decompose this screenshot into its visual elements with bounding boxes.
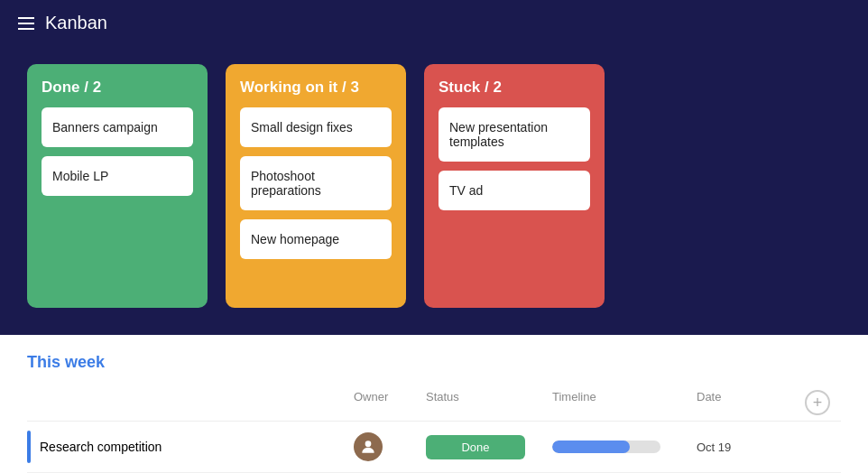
owner-cell	[354, 432, 426, 461]
list-header: Owner Status Timeline Date +	[27, 385, 841, 422]
col-status: Status	[426, 390, 552, 415]
kanban-column-done: Done / 2Banners campaignMobile LP	[27, 64, 208, 308]
status-badge: Done	[426, 435, 525, 459]
list-rows: Research competitionDoneOct 19Layout des…	[27, 422, 841, 473]
app-title: Kanban	[45, 13, 107, 33]
col-timeline: Timeline	[552, 390, 697, 415]
column-title-working: Working on it / 3	[240, 79, 392, 97]
task-bar-indicator	[27, 431, 31, 463]
col-owner: Owner	[354, 390, 426, 415]
timeline-fill	[552, 441, 630, 453]
kanban-card[interactable]: Photoshoot preparations	[240, 156, 392, 210]
kanban-card[interactable]: New presentation templates	[439, 107, 590, 162]
hamburger-menu[interactable]	[18, 17, 34, 30]
kanban-card[interactable]: Mobile LP	[42, 156, 193, 196]
date-cell: Oct 19	[697, 441, 805, 454]
add-column-button[interactable]: +	[805, 390, 830, 415]
list-section: This week Owner Status Timeline Date + R…	[0, 335, 868, 473]
kanban-card[interactable]: TV ad	[439, 171, 590, 210]
svg-point-0	[365, 441, 372, 447]
column-title-stuck: Stuck / 2	[439, 79, 590, 97]
col-task	[27, 390, 354, 415]
kanban-card[interactable]: New homepage	[240, 219, 392, 259]
list-section-title: This week	[27, 353, 841, 372]
kanban-column-working: Working on it / 3Small design fixesPhoto…	[226, 64, 406, 308]
task-name: Research competition	[40, 440, 162, 454]
navbar: Kanban	[0, 0, 868, 46]
avatar	[354, 432, 383, 461]
table-row[interactable]: Research competitionDoneOct 19	[27, 422, 841, 473]
col-add: +	[805, 390, 841, 415]
status-cell: Done	[426, 435, 552, 459]
timeline-cell	[552, 441, 697, 453]
kanban-card[interactable]: Small design fixes	[240, 107, 392, 147]
timeline-track	[552, 441, 660, 453]
kanban-board: Done / 2Banners campaignMobile LPWorking…	[27, 64, 841, 308]
row-task-cell: Research competition	[27, 431, 354, 463]
kanban-section: Done / 2Banners campaignMobile LPWorking…	[0, 46, 868, 335]
column-title-done: Done / 2	[42, 79, 193, 97]
col-date: Date	[697, 390, 805, 415]
kanban-column-stuck: Stuck / 2New presentation templatesTV ad	[424, 64, 605, 308]
kanban-card[interactable]: Banners campaign	[42, 107, 193, 147]
